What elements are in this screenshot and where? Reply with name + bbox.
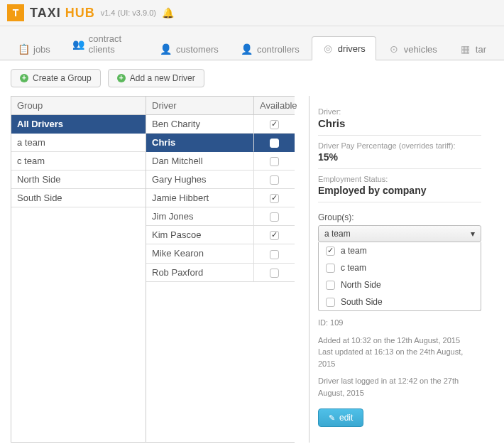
group-name: c team (11, 152, 146, 170)
group-option[interactable]: c team (319, 259, 481, 276)
driver-name-cell: Gary Hughes (146, 170, 253, 189)
driver-row[interactable]: Dan Mitchell (146, 152, 295, 170)
id-line: ID: 109 (318, 317, 481, 329)
group-row[interactable]: c team (11, 152, 146, 170)
employment-label: Employment Status: (318, 175, 481, 183)
driver-header: Driver (146, 97, 253, 115)
driver-row[interactable]: Mike Kearon (146, 244, 295, 263)
group-option-checkbox[interactable] (326, 264, 335, 273)
available-checkbox[interactable] (270, 175, 279, 185)
driver-row[interactable]: Rob Paxford (146, 264, 295, 282)
employment-value: Employed by company (318, 185, 481, 196)
main-content: Group All Driversa teamc teamNorth SideS… (0, 96, 504, 443)
driver-row[interactable]: Gary Hughes (146, 170, 295, 189)
group-option[interactable]: a team (319, 242, 481, 259)
group-row[interactable]: a team (11, 134, 146, 152)
groups-selected-value: a team (324, 229, 351, 239)
available-cell (253, 152, 295, 170)
available-checkbox[interactable] (270, 139, 279, 148)
available-checkbox[interactable] (270, 269, 279, 278)
edit-icon: ✎ (329, 413, 335, 423)
people-icon: 👥 (73, 38, 84, 50)
available-cell (253, 115, 295, 134)
steering-icon: ◎ (322, 43, 334, 54)
group-row[interactable]: South Side (11, 189, 146, 207)
group-option-label: North Side (341, 280, 381, 290)
logo-icon: T (7, 4, 24, 21)
driver-name-cell: Rob Paxford (146, 264, 253, 282)
bell-icon[interactable]: 🔔 (162, 7, 174, 18)
available-checkbox[interactable] (270, 231, 279, 240)
driver-row[interactable]: Kim Pascoe (146, 226, 295, 244)
calendar-icon: 📋 (18, 43, 29, 55)
available-checkbox[interactable] (270, 212, 279, 222)
create-group-button[interactable]: + Create a Group (11, 69, 101, 87)
driver-label: Driver: (318, 107, 481, 116)
group-option-label: South Side (341, 297, 383, 307)
group-name: South Side (11, 189, 146, 207)
group-row[interactable]: North Side (11, 170, 146, 189)
groups-dropdown[interactable]: a team ▾ (318, 225, 481, 242)
group-name: a team (11, 134, 146, 152)
available-checkbox[interactable] (270, 120, 279, 129)
controller-icon: 👤 (241, 43, 253, 55)
driver-row[interactable]: Ben Charity (146, 115, 295, 134)
details-panel: Driver: Chris Driver Pay Percentage (ove… (309, 96, 490, 443)
add-driver-button[interactable]: + Add a new Driver (108, 69, 204, 87)
group-option-label: a team (341, 246, 367, 256)
driver-column: Driver Available Ben CharityChrisDan Mit… (146, 96, 295, 443)
group-column: Group All Driversa teamc teamNorth SideS… (11, 96, 146, 443)
group-option-checkbox[interactable] (326, 298, 335, 307)
tab-jobs[interactable]: 📋jobs (7, 37, 61, 60)
group-option[interactable]: South Side (319, 293, 481, 310)
driver-name-cell: Chris (146, 134, 253, 152)
group-option-label: c team (341, 263, 366, 273)
available-cell (253, 264, 295, 282)
group-option-checkbox[interactable] (326, 281, 335, 290)
driver-row[interactable]: Jim Jones (146, 207, 295, 226)
person-icon: 👤 (160, 43, 172, 55)
driver-row[interactable]: Chris (146, 134, 295, 152)
driver-name-cell: Jamie Hibbert (146, 189, 253, 207)
available-cell (253, 134, 295, 152)
groups-label: Group(s): (318, 212, 481, 222)
driver-row[interactable]: Jamie Hibbert (146, 189, 295, 207)
groups-options-list: a teamc teamNorth SideSouth Side (318, 242, 481, 311)
edit-button[interactable]: ✎ edit (318, 408, 363, 427)
brand: TAXI HUB (30, 6, 95, 21)
plus-icon: + (117, 74, 126, 82)
available-cell (253, 226, 295, 244)
driver-name-cell: Jim Jones (146, 207, 253, 226)
driver-name: Chris (318, 117, 481, 129)
group-option[interactable]: North Side (319, 276, 481, 293)
tab-tariffs[interactable]: ▦tar (449, 37, 497, 60)
group-name: All Drivers (11, 115, 146, 134)
driver-name-cell: Kim Pascoe (146, 226, 253, 244)
nav-tabs: 📋jobs 👥contract clients 👤customers 👤cont… (0, 26, 504, 60)
tab-vehicles[interactable]: ⊙vehicles (378, 37, 448, 60)
pay-label: Driver Pay Percentage (overrides tariff)… (318, 141, 481, 150)
tab-drivers[interactable]: ◎drivers (312, 36, 376, 60)
available-cell (253, 244, 295, 263)
car-icon: ⊙ (388, 43, 400, 55)
tab-contract-clients[interactable]: 👥contract clients (62, 27, 148, 60)
group-row[interactable]: All Drivers (11, 115, 146, 134)
driver-name-cell: Mike Kearon (146, 244, 253, 263)
available-checkbox[interactable] (270, 194, 279, 203)
version-text: v1.4 (UI: v3.9.0) (101, 9, 156, 17)
available-cell (253, 189, 295, 207)
pay-value: 15% (318, 151, 481, 163)
available-checkbox[interactable] (270, 250, 279, 259)
available-checkbox[interactable] (270, 157, 279, 166)
meta-added-updated: Added at 10:32 on the 12th August, 2015 … (318, 335, 481, 370)
driver-name-cell: Dan Mitchell (146, 152, 253, 170)
group-option-checkbox[interactable] (326, 247, 335, 256)
app-header: T TAXI HUB v1.4 (UI: v3.9.0) 🔔 (0, 0, 504, 26)
group-name: North Side (11, 170, 146, 189)
tab-customers[interactable]: 👤customers (150, 37, 229, 60)
tab-controllers[interactable]: 👤controllers (231, 37, 310, 60)
group-header: Group (11, 97, 146, 115)
driver-name-cell: Ben Charity (146, 115, 253, 134)
plus-icon: + (20, 74, 28, 82)
meta-login: Driver last logged in at 12:42 on the 27… (318, 375, 481, 399)
